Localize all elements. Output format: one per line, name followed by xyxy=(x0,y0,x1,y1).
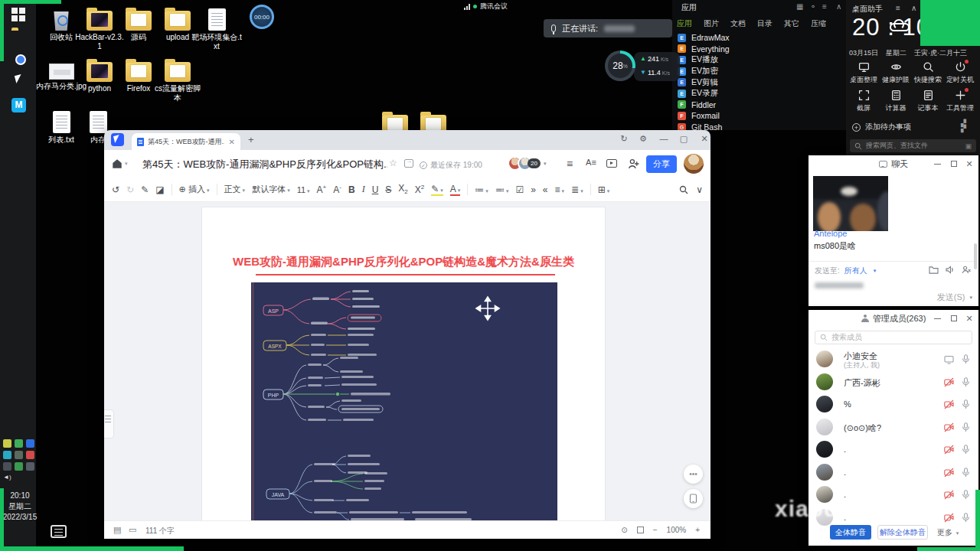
collapse-toolbar-icon[interactable]: ∨ xyxy=(696,184,703,195)
member-row[interactable]: % xyxy=(808,393,978,416)
chevron-down-icon[interactable]: ▾ xyxy=(544,161,547,167)
member-row[interactable]: . xyxy=(808,461,978,484)
member-row[interactable]: 广西-源彬 xyxy=(808,371,978,394)
desktop-icon-cs流量解密脚本[interactable]: cs流量解密脚本 xyxy=(151,57,204,103)
mic-icon[interactable] xyxy=(961,422,971,432)
chat-sender-name[interactable]: Antelope xyxy=(814,229,847,238)
chat-minimize-button[interactable] xyxy=(929,155,945,172)
camera-off-icon[interactable] xyxy=(944,377,954,387)
chat-scrollbar[interactable] xyxy=(974,243,977,269)
launcher-app-Git Bash[interactable]: GGit Bash xyxy=(672,122,850,130)
launcher-tab-应用[interactable]: 应用 xyxy=(677,18,692,29)
mic-icon[interactable] xyxy=(961,490,971,500)
assistant-tool-eye[interactable]: 健康护眼 xyxy=(880,61,912,90)
launcher-app-EdrawMax[interactable]: EEdrawMax xyxy=(672,32,850,44)
assistant-collapse-icon[interactable]: ∧ xyxy=(911,4,916,12)
format-painter-icon[interactable]: ✎ xyxy=(141,184,149,195)
tray-icon-3[interactable] xyxy=(3,451,11,459)
tray-icon-7[interactable] xyxy=(15,462,23,471)
desktop-icon-靶场环境集合.txt[interactable]: 靶场环境集合.txt xyxy=(190,6,243,51)
document-tab[interactable]: 第45天：WEB攻防-通用... ✕ xyxy=(132,133,240,150)
send-to-selector[interactable]: 发送至: 所有人 ▾ xyxy=(815,266,876,276)
assistant-search-bar[interactable]: 搜索网页、查找文件 ▣ xyxy=(850,139,976,152)
share-screen-icon[interactable] xyxy=(944,354,954,364)
member-row[interactable]: 小迪安全(主持人, 我) xyxy=(808,348,978,371)
chat-input-placeholder[interactable] xyxy=(815,282,864,289)
assistant-tool-monitor[interactable]: 桌面整理 xyxy=(848,61,880,90)
superscript-icon[interactable]: X2 xyxy=(415,184,424,195)
launcher-tab-压缩[interactable]: 压缩 xyxy=(811,18,826,29)
keyboard-icon[interactable]: ▭ xyxy=(129,525,136,535)
mic-icon[interactable] xyxy=(961,468,971,478)
assistant-tool-plus[interactable]: 工具管理 xyxy=(944,90,976,118)
table-icon[interactable]: ⊞▾ xyxy=(598,184,610,195)
launcher-tab-图片[interactable]: 图片 xyxy=(704,18,719,29)
paragraph-style-select[interactable]: 正文▾ xyxy=(224,184,246,195)
tencent-docs-logo[interactable] xyxy=(111,133,124,146)
insert-button[interactable]: ⊕ 插入▾ xyxy=(179,184,210,195)
present-mode-icon[interactable] xyxy=(606,159,617,168)
indent-increase-icon[interactable]: » xyxy=(531,184,536,195)
folder-icon[interactable] xyxy=(929,266,939,274)
members-minimize-button[interactable] xyxy=(929,310,945,327)
unmute-all-button[interactable]: 解除全体静音 xyxy=(877,525,928,540)
bullet-list-icon[interactable]: ≔▾ xyxy=(475,184,488,195)
send-to-value[interactable]: 所有人 xyxy=(844,266,867,276)
notification-center-icon[interactable] xyxy=(51,525,67,538)
bold-icon[interactable]: B xyxy=(348,184,355,195)
clear-format-icon[interactable]: ◪ xyxy=(155,184,164,195)
launcher-app-Foxmail[interactable]: FFoxmail xyxy=(672,110,850,122)
share-button[interactable]: 分享 xyxy=(646,155,677,173)
mindmap-image[interactable]: ASP ASPX xyxy=(251,282,557,520)
mic-icon[interactable] xyxy=(961,399,971,409)
assistant-tool-power[interactable]: 定时关机 xyxy=(944,61,976,90)
fullscreen-icon[interactable] xyxy=(637,527,644,533)
more-button[interactable]: 更多 ▾ xyxy=(937,527,959,538)
collaborator-count-badge[interactable]: 20 xyxy=(528,158,541,168)
doc-minimize-button[interactable]: — xyxy=(657,134,671,143)
tray-icon-6[interactable] xyxy=(3,462,11,471)
members-close-button[interactable]: ✕ xyxy=(962,310,977,327)
star-icon[interactable]: ☆ xyxy=(389,158,397,168)
launcher-app-EV播放[interactable]: EEV播放 xyxy=(672,54,850,66)
launcher-grid-icon[interactable]: ▦ xyxy=(796,2,803,11)
new-tab-button[interactable]: + xyxy=(248,134,254,145)
send-button[interactable]: 发送(S)▾ xyxy=(937,292,972,303)
tab-close-icon[interactable]: ✕ xyxy=(229,138,235,146)
refresh-icon[interactable]: ↻ xyxy=(617,134,631,144)
assistant-menu-icon[interactable]: ≡ xyxy=(896,4,900,12)
redo-icon[interactable]: ↻ xyxy=(126,184,134,195)
font-size-decrease-icon[interactable]: A- xyxy=(333,184,341,195)
subscript-icon[interactable]: X2 xyxy=(398,183,407,195)
font-size-increase-icon[interactable]: A+ xyxy=(317,184,327,195)
undo-icon[interactable]: ↺ xyxy=(112,184,119,195)
assistant-tool-note[interactable]: 记事本 xyxy=(912,90,944,118)
camera-off-icon[interactable] xyxy=(944,445,954,455)
indent-decrease-icon[interactable]: « xyxy=(543,184,548,195)
volume-icon[interactable]: ◄) xyxy=(3,474,11,482)
more-actions-fab[interactable]: ••• xyxy=(684,465,703,484)
speaker-icon[interactable] xyxy=(946,266,955,274)
camera-off-icon[interactable] xyxy=(944,399,954,409)
forward-icon[interactable] xyxy=(404,159,413,168)
doc-maximize-button[interactable]: ▢ xyxy=(677,134,691,144)
camera-off-icon[interactable] xyxy=(944,468,954,478)
checklist-icon[interactable]: ☑ xyxy=(515,184,524,195)
members-maximize-button[interactable] xyxy=(946,310,962,327)
tray-icon-4[interactable] xyxy=(15,451,23,459)
numbered-list-icon[interactable]: ≕▾ xyxy=(495,184,509,195)
launcher-pin-icon[interactable]: ⚬ xyxy=(810,2,816,11)
camera-off-icon[interactable] xyxy=(944,513,954,523)
member-row[interactable]: . xyxy=(808,439,978,461)
zoom-out-button[interactable]: − xyxy=(653,526,658,534)
font-family-select[interactable]: 默认字体▾ xyxy=(252,184,290,195)
launcher-app-EV录屏[interactable]: EEV录屏 xyxy=(672,88,850,99)
member-row[interactable]: (⊙o⊙)啥? xyxy=(808,416,978,439)
launcher-collapse-icon[interactable]: ∧ xyxy=(836,2,841,11)
tray-icon-2[interactable] xyxy=(26,439,34,448)
home-icon[interactable] xyxy=(111,158,123,169)
camera-off-icon[interactable] xyxy=(944,490,954,500)
camera-off-icon[interactable] xyxy=(944,422,954,432)
mic-icon[interactable] xyxy=(961,377,971,387)
performance-gauge[interactable]: 28% xyxy=(605,51,635,81)
